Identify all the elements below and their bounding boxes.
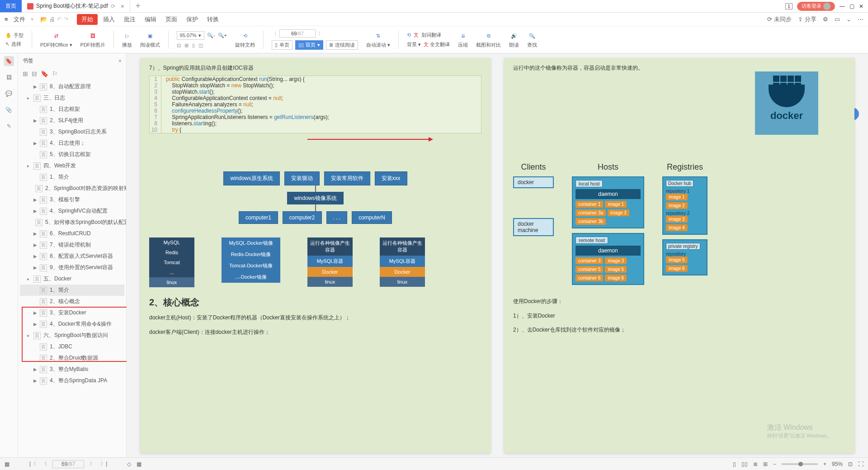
- content-area[interactable]: ↖ 7）、Spring的应用就启动并且创建IOC容器 1public Confi…: [127, 53, 868, 457]
- bookmark-tree[interactable]: ▶页8、自动配置原理▸页三、日志页1、日志框架▶页2、SLF4j使用页3、Spr…: [18, 79, 126, 457]
- status-fullscreen-icon[interactable]: ⛶: [858, 461, 863, 467]
- bookmark-item[interactable]: ▶页9、使用外置的Servlet容器: [20, 262, 124, 273]
- tab-home[interactable]: 首页: [0, 0, 22, 12]
- first-page-icon[interactable]: |〈: [29, 460, 36, 468]
- tool-screenshot[interactable]: ⧉截图和对比: [476, 31, 501, 48]
- status-view-4-icon[interactable]: ⊞: [763, 461, 768, 467]
- expand-icon[interactable]: ⊞: [23, 70, 28, 77]
- status-zoom-out-icon[interactable]: −: [773, 461, 776, 467]
- bookmark-item[interactable]: ▶页8、配置嵌入式Servlet容器: [20, 251, 124, 262]
- bookmark-item[interactable]: ▸页五、Docker: [20, 273, 124, 285]
- tool-bg[interactable]: 背景 ▾: [407, 41, 421, 48]
- menu-insert[interactable]: 插入: [99, 14, 118, 25]
- bookmark-item[interactable]: 页5、如何修改SpringBoot的默认配置: [20, 217, 124, 228]
- bookmark-item[interactable]: ▶页3、整合MyBatis: [20, 364, 124, 375]
- collapse-icon[interactable]: ⊟: [32, 70, 37, 77]
- menu-start[interactable]: 开始: [77, 14, 98, 25]
- tool-rotate[interactable]: ⟲旋转文档: [235, 31, 255, 48]
- print-icon[interactable]: 🖨: [49, 16, 55, 23]
- next-page-icon[interactable]: 〉: [90, 460, 95, 468]
- window-count-badge[interactable]: 1: [785, 3, 793, 9]
- bookmark-item[interactable]: ▶页4、Docker常用命令&操作: [20, 318, 124, 330]
- chevron-down-icon[interactable]: ⌄: [846, 16, 851, 23]
- tool-find[interactable]: 🔍查找: [527, 31, 537, 48]
- tool-read-aloud[interactable]: 🔊朗读: [509, 31, 519, 48]
- menu-convert[interactable]: 转换: [203, 14, 222, 25]
- bookmark-del-icon[interactable]: ⚐: [52, 70, 58, 77]
- page-next-icon[interactable]: 〉: [318, 30, 323, 37]
- status-zoom-in-icon[interactable]: +: [823, 461, 826, 467]
- zoom-out-icon[interactable]: 🔍-: [207, 33, 215, 38]
- page-input[interactable]: 69/87: [279, 29, 316, 38]
- bookmark-item[interactable]: ▶页4、SpringMVC自动配置: [20, 205, 124, 217]
- bookmark-item[interactable]: ▶页2、SLF4j使用: [20, 115, 124, 126]
- tool-full-trans[interactable]: 文 全文翻译: [424, 41, 450, 48]
- tool-select[interactable]: ↖ 选择: [5, 41, 24, 47]
- bookmark-item[interactable]: 页2、核心概念: [20, 296, 124, 307]
- view-double[interactable]: ▯▯ 双页 ▾: [295, 40, 323, 50]
- bookmark-item[interactable]: 页1、日志框架: [20, 104, 124, 115]
- window-icon[interactable]: ▭: [835, 16, 840, 23]
- view-continuous[interactable]: ≣ 连续阅读: [326, 40, 358, 50]
- tool-pdf-office[interactable]: ⇄PDF转Office ▾: [40, 31, 72, 48]
- rail-comment-icon[interactable]: 💬: [4, 89, 14, 99]
- status-view-2-icon[interactable]: ▯▯: [741, 461, 748, 467]
- settings-icon[interactable]: ⚙: [823, 16, 828, 23]
- zoom-in-icon[interactable]: 🔍+: [218, 33, 227, 38]
- menu-file[interactable]: 文件: [10, 14, 29, 25]
- minimize-icon[interactable]: —: [840, 3, 845, 9]
- status-grid-icon[interactable]: ▦: [137, 461, 142, 467]
- rail-attach-icon[interactable]: 📎: [4, 105, 14, 115]
- rail-draw-icon[interactable]: ✎: [4, 121, 14, 131]
- view-single[interactable]: ▯ 单页: [272, 40, 292, 50]
- sync-status[interactable]: ⟳ 未同步: [767, 15, 792, 24]
- actual-icon[interactable]: ▯: [192, 43, 195, 48]
- bookmark-item[interactable]: 页5、切换日志框架: [20, 149, 124, 160]
- status-view-3-icon[interactable]: ≣: [753, 461, 758, 467]
- bookmark-add-icon[interactable]: 🔖: [41, 70, 48, 77]
- menu-protect[interactable]: 保护: [183, 14, 202, 25]
- bookmark-item[interactable]: 页3、SpringBoot日志关系: [20, 126, 124, 138]
- undo-icon[interactable]: ↶: [57, 16, 62, 23]
- status-view-1-icon[interactable]: ▯: [733, 461, 736, 467]
- zoom-slider[interactable]: [782, 463, 818, 465]
- bookmark-item[interactable]: 页2、SpringBoot对静态资源的映射规则；: [20, 183, 124, 194]
- share-button[interactable]: ⇪ 分享: [798, 15, 816, 24]
- bookmark-item[interactable]: ▸页三、日志: [20, 92, 124, 104]
- tool-compress[interactable]: ⇊压缩: [458, 31, 468, 48]
- bookmark-item[interactable]: ▸页四、Web开发: [20, 160, 124, 171]
- bookmark-item[interactable]: ▶页3、安装Docker: [20, 307, 124, 318]
- window-close-icon[interactable]: ✕: [859, 3, 863, 9]
- fit-width-icon[interactable]: ⊡: [177, 43, 181, 48]
- status-marker-icon[interactable]: ◇: [127, 461, 131, 467]
- more-icon[interactable]: ⋯: [858, 16, 863, 23]
- bookmark-item[interactable]: 页1、JDBC: [20, 341, 124, 352]
- tool-hand[interactable]: ✋ 手型: [5, 32, 24, 39]
- marquee-icon[interactable]: ◫: [198, 43, 203, 48]
- menu-edit[interactable]: 编辑: [141, 14, 160, 25]
- tool-play[interactable]: ▷播放: [122, 31, 132, 48]
- tool-pdf-img[interactable]: 🖼PDF转图片: [80, 31, 105, 48]
- zoom-input[interactable]: 95.07% ▾: [177, 31, 204, 40]
- status-page-input[interactable]: 69/87: [52, 460, 84, 468]
- bookmark-item[interactable]: 页2、整合Druid数据源: [20, 352, 124, 364]
- tool-word-trans[interactable]: ⟲ 文 划词翻译: [407, 32, 450, 38]
- status-fit-icon[interactable]: ⊡: [848, 461, 853, 467]
- menu-page[interactable]: 页面: [162, 14, 181, 25]
- hamburger-icon[interactable]: ≡: [5, 16, 8, 23]
- prev-page-icon[interactable]: 〈: [42, 460, 47, 468]
- last-page-icon[interactable]: 〉|: [100, 460, 107, 468]
- bookmark-item[interactable]: ▶页3、模板引擎: [20, 194, 124, 205]
- tab-file[interactable]: Spring Boot核心技术-笔记.pdf ⟳ ×: [22, 0, 130, 12]
- rail-bookmark-icon[interactable]: 🔖: [4, 56, 14, 66]
- tab-new[interactable]: +: [130, 0, 146, 12]
- bookmark-item[interactable]: ▶页8、自动配置原理: [20, 81, 124, 92]
- bookmark-item[interactable]: ▶页7、错误处理机制: [20, 239, 124, 251]
- bookmark-item[interactable]: ▸页六、SpringBoot与数据访问: [20, 330, 124, 341]
- bookmark-item[interactable]: ▶页4、整合SpringData JPA: [20, 375, 124, 386]
- fit-page-icon[interactable]: ⊞: [184, 43, 189, 48]
- page-prev-icon[interactable]: 〈: [272, 30, 277, 37]
- bookmark-item[interactable]: 页1、简介: [20, 285, 124, 296]
- bookmark-item[interactable]: 页1、简介: [20, 171, 124, 183]
- tool-auto-scroll[interactable]: ⇅自动滚动 ▾: [366, 31, 390, 48]
